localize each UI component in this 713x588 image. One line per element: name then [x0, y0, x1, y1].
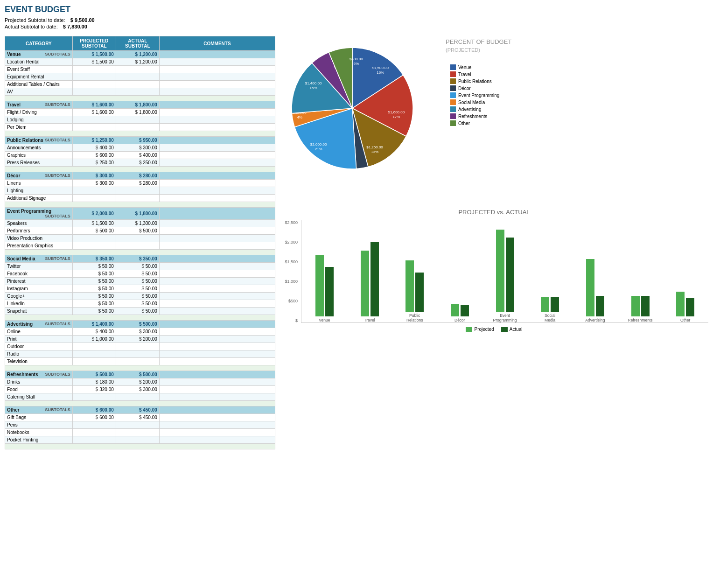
bar-label-1: Travel — [364, 318, 375, 322]
item-name: Radio — [5, 350, 73, 358]
section-name: Event Programming SUBTOTALS — [5, 208, 73, 220]
bar-projected-3 — [451, 304, 459, 316]
item-actual — [116, 66, 159, 73]
charts-panel: $1,500.0016%$1,600.0017%$1,250.0013%$2,0… — [280, 36, 708, 449]
item-actual — [116, 421, 159, 429]
item-name: Location Rental — [5, 58, 73, 66]
item-comments — [159, 116, 275, 124]
item-comments — [159, 152, 275, 159]
bar-chart-wrapper: $2,500$2,000$1,500$1,000$500$ VenueTrave… — [280, 220, 708, 323]
table-row: Linens $ 300.00 $ 280.00 — [5, 180, 275, 187]
item-projected: $ 1,500.00 — [72, 58, 116, 66]
item-name: Print — [5, 336, 73, 343]
item-name: Outdoor — [5, 343, 73, 350]
section-comments — [159, 371, 275, 378]
item-name: Pens — [5, 421, 73, 429]
item-projected — [72, 124, 116, 131]
bar-group-6: Advertising — [574, 259, 616, 322]
bar-legend-color-1 — [501, 327, 508, 332]
table-row: Per Diem — [5, 124, 275, 131]
item-actual — [116, 350, 159, 358]
section-name: Public Relations SUBTOTALS — [5, 137, 73, 144]
item-projected — [72, 81, 116, 88]
y-axis-label: $500 — [280, 299, 298, 303]
bar-label-8: Other — [680, 318, 690, 322]
item-name: Performers — [5, 227, 73, 235]
section-projected: $ 1,400.00 — [72, 321, 116, 328]
item-projected — [72, 235, 116, 242]
table-row: Twitter $ 50.00 $ 50.00 — [5, 263, 275, 270]
item-name: Pocket Printing — [5, 436, 73, 444]
bar-projected-2 — [405, 260, 414, 312]
item-name: Additional Signage — [5, 195, 73, 202]
section-actual: $ 950.00 — [116, 137, 159, 144]
item-name: Snapchat — [5, 308, 73, 315]
bar-group-7: Refreshments — [620, 296, 661, 322]
bar-projected-6 — [586, 259, 594, 316]
item-actual — [116, 116, 159, 124]
bar-actual-8 — [686, 298, 694, 316]
table-row: Video Production — [5, 235, 275, 242]
legend-item-7: Refreshments — [450, 113, 507, 119]
section-actual: $ 500.00 — [116, 371, 159, 378]
section-comments — [159, 51, 275, 58]
item-name: Instagram — [5, 285, 73, 293]
bar-projected-8 — [676, 292, 685, 316]
item-projected — [72, 73, 116, 81]
item-name: Google+ — [5, 293, 73, 300]
table-row: Graphics $ 600.00 $ 400.00 — [5, 152, 275, 159]
bar-label-3: Décor — [454, 318, 465, 322]
table-section-header: Advertising SUBTOTALS $ 1,400.00 $ 500.0… — [5, 321, 275, 328]
table-row: Event Staff — [5, 66, 275, 73]
bar-chart-area: PROJECTED vs. ACTUAL $2,500$2,000$1,500$… — [280, 209, 708, 332]
bar-group-5: Social Media — [529, 297, 571, 322]
section-comments — [159, 208, 275, 220]
table-section-header: Public Relations SUBTOTALS $ 1,250.00 $ … — [5, 137, 275, 144]
section-comments — [159, 101, 275, 109]
table-row: Equipment Rental — [5, 73, 275, 81]
item-comments — [159, 263, 275, 270]
item-comments — [159, 328, 275, 336]
bar-legend-color-0 — [466, 327, 472, 332]
pie-chart: $1,500.0016%$1,600.0017%$1,250.0013%$2,0… — [282, 38, 422, 178]
item-name: Additional Tables / Chairs — [5, 81, 73, 88]
item-actual — [116, 343, 159, 350]
bar-legend-label-0: Projected — [474, 327, 494, 332]
item-comments — [159, 378, 275, 386]
item-name: Equipment Rental — [5, 73, 73, 81]
item-name: AV — [5, 88, 73, 96]
bar-actual-2 — [415, 273, 424, 312]
table-section-header: Venue SUBTOTALS $ 1,500.00 $ 1,200.00 — [5, 51, 275, 58]
bar-chart-title: PROJECTED vs. ACTUAL — [280, 209, 708, 216]
section-comments — [159, 172, 275, 180]
spacer-row — [5, 365, 275, 371]
section-actual: $ 1,800.00 — [116, 101, 159, 109]
item-comments — [159, 124, 275, 131]
bar-label-6: Advertising — [585, 318, 605, 322]
legend-label-5: Social Media — [458, 100, 485, 105]
table-row: Pens — [5, 421, 275, 429]
item-comments — [159, 436, 275, 444]
pie-chart-area: $1,500.0016%$1,600.0017%$1,250.0013%$2,0… — [280, 36, 708, 199]
spacer-row — [5, 202, 275, 208]
item-actual: $ 1,200.00 — [116, 58, 159, 66]
section-name: Other SUBTOTALS — [5, 406, 73, 414]
spacer-row — [5, 167, 275, 172]
header-projected: PROJECTEDSUBTOTAL — [72, 36, 116, 51]
item-projected: $ 50.00 — [72, 293, 116, 300]
item-actual — [116, 393, 159, 401]
legend-color-7 — [450, 113, 456, 119]
item-name: LinkedIn — [5, 300, 73, 308]
subtitle-actual: Actual Subtotal to date: $ 7,830.00 — [5, 24, 708, 29]
header-category: CATEGORY — [5, 36, 73, 51]
item-actual: $ 500.00 — [116, 227, 159, 235]
section-name: Décor SUBTOTALS — [5, 172, 73, 180]
bar-group-3: Décor — [439, 304, 481, 322]
section-name: Advertising SUBTOTALS — [5, 321, 73, 328]
budget-table: CATEGORY PROJECTEDSUBTOTAL ACTUALSUBTOTA… — [5, 36, 275, 449]
item-comments — [159, 414, 275, 421]
item-name: Drinks — [5, 378, 73, 386]
bar-group-4: Event Programming — [484, 230, 526, 322]
item-comments — [159, 88, 275, 96]
y-axis-label: $ — [280, 318, 298, 323]
